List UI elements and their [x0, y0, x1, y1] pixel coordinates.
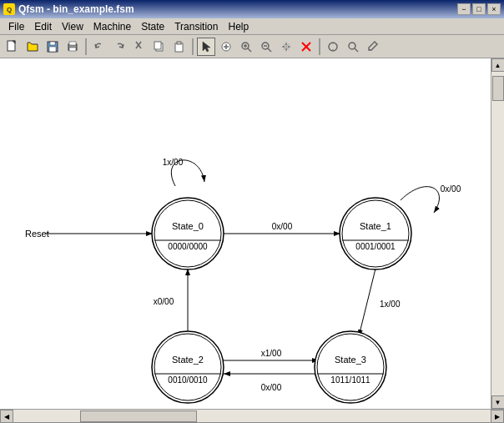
state0-outer[interactable]: [152, 198, 224, 269]
pan-tool[interactable]: [277, 38, 295, 56]
close-button[interactable]: ×: [487, 3, 501, 15]
svg-rect-4: [49, 47, 56, 52]
zoom-fit-button[interactable]: [344, 38, 362, 56]
scroll-track-horizontal[interactable]: [13, 410, 491, 422]
menu-file[interactable]: File: [3, 19, 29, 34]
app-icon: Q: [3, 3, 15, 15]
state0-self-label: 1x/00: [163, 158, 184, 167]
state1-outer[interactable]: [340, 198, 411, 269]
separator-2: [192, 38, 194, 55]
svg-line-18: [248, 48, 251, 52]
svg-rect-7: [69, 48, 76, 51]
state1-value: 0001/0001: [355, 242, 396, 251]
scroll-up-button[interactable]: ▲: [491, 58, 505, 72]
state3-outer[interactable]: [315, 331, 386, 403]
zoom-in-button[interactable]: [237, 38, 255, 56]
menu-state[interactable]: State: [136, 19, 169, 34]
fsm-diagram: Reset 1x/00 0x/00 0x/00 1x/00 0x/00 x1/0…: [0, 58, 491, 409]
undo-button[interactable]: [90, 38, 108, 56]
save-button[interactable]: [43, 38, 62, 56]
state1-name: State_1: [360, 221, 391, 231]
redo-button[interactable]: [110, 38, 129, 56]
state2-name: State_2: [172, 355, 204, 365]
s3-s2-label: 0x/00: [261, 383, 282, 392]
title-buttons: − □ ×: [457, 3, 501, 15]
menu-edit[interactable]: Edit: [29, 19, 57, 34]
select-tool[interactable]: [197, 38, 215, 56]
scroll-thumb-horizontal[interactable]: [80, 410, 197, 422]
add-state-button[interactable]: [217, 38, 235, 56]
menu-help[interactable]: Help: [223, 19, 254, 34]
s2-s3-label: x1/00: [261, 349, 282, 358]
svg-line-36: [359, 269, 375, 336]
fit-button[interactable]: [324, 38, 342, 56]
svg-rect-11: [154, 42, 161, 49]
scroll-down-button[interactable]: ▼: [491, 395, 505, 409]
separator-1: [85, 38, 87, 55]
menu-machine[interactable]: Machine: [88, 19, 136, 34]
title-text: Q Qfsm - bin_example.fsm: [3, 3, 134, 15]
paste-button[interactable]: [170, 38, 189, 56]
zoom-out-button[interactable]: [257, 38, 275, 56]
state3-name: State_3: [335, 355, 366, 365]
scroll-thumb-vertical[interactable]: [492, 76, 504, 101]
s2-s0-label: x0/00: [154, 297, 174, 306]
menu-bar: File Edit View Machine State Transition …: [0, 18, 504, 35]
state3-value: 1011/1011: [330, 375, 370, 385]
scroll-left-button[interactable]: ◀: [0, 410, 13, 423]
svg-line-22: [268, 48, 271, 52]
s0-s1-label: 0x/00: [272, 222, 293, 231]
svg-point-29: [349, 43, 355, 49]
toolbar: [0, 35, 504, 58]
menu-transition[interactable]: Transition: [169, 19, 223, 34]
window-title: Qfsm - bin_example.fsm: [18, 3, 134, 15]
copy-button[interactable]: [150, 38, 169, 56]
scroll-right-button[interactable]: ▶: [491, 410, 504, 423]
print-button[interactable]: [63, 38, 82, 56]
main-area: Reset 1x/00 0x/00 0x/00 1x/00 0x/00 x1/0…: [0, 58, 504, 409]
separator-3: [319, 38, 320, 55]
scroll-track-vertical[interactable]: [491, 72, 505, 395]
edit-button[interactable]: [364, 38, 382, 56]
delete-button[interactable]: [297, 38, 315, 56]
bottom-scrollbar: ◀ ▶: [0, 409, 504, 422]
state0-name: State_0: [172, 221, 204, 231]
reset-label: Reset: [25, 229, 49, 239]
svg-line-30: [355, 48, 358, 52]
state0-value: 0000/0000: [168, 242, 208, 251]
title-bar: Q Qfsm - bin_example.fsm − □ ×: [0, 0, 504, 18]
canvas-container[interactable]: Reset 1x/00 0x/00 0x/00 1x/00 0x/00 x1/0…: [0, 58, 491, 409]
state1-self-label: 0x/00: [441, 184, 461, 194]
scrollbar-right: ▲ ▼: [491, 58, 504, 409]
minimize-button[interactable]: −: [457, 3, 471, 15]
svg-rect-13: [177, 42, 181, 44]
cut-button[interactable]: [130, 38, 149, 56]
state2-outer[interactable]: [152, 331, 224, 403]
state2-value: 0010/0010: [168, 375, 208, 385]
svg-rect-3: [50, 42, 55, 45]
new-button[interactable]: [3, 38, 22, 56]
menu-view[interactable]: View: [57, 19, 88, 34]
svg-rect-6: [69, 42, 76, 45]
open-button[interactable]: [23, 38, 42, 56]
maximize-button[interactable]: □: [472, 3, 486, 15]
s1-s3-label: 1x/00: [380, 300, 401, 309]
